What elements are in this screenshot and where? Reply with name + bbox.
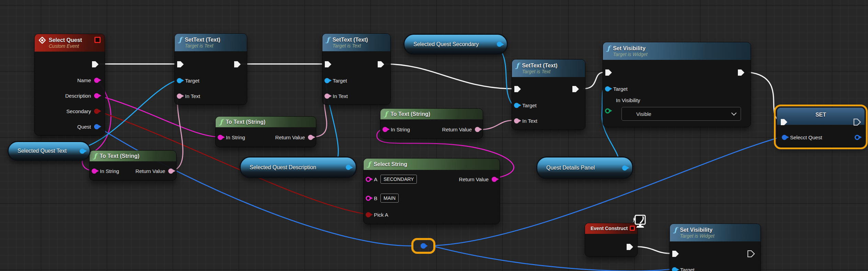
node-totext-2[interactable]: ƒ To Text (String) In String Return Valu… xyxy=(89,150,176,181)
return-value-pin[interactable] xyxy=(475,127,480,132)
pin-row-description[interactable]: Description xyxy=(65,90,99,101)
pin-row-name[interactable]: Name xyxy=(77,75,99,85)
pin-row-target[interactable]: Target xyxy=(514,100,537,110)
exec-in-icon[interactable] xyxy=(177,61,184,68)
pin-row-in-text[interactable]: In Text xyxy=(514,116,537,126)
output-pin[interactable] xyxy=(346,165,351,170)
in-visibility-pin[interactable] xyxy=(605,108,610,113)
exec-in-icon[interactable] xyxy=(672,250,679,257)
target-pin[interactable] xyxy=(672,267,677,271)
exec-in-pin-row[interactable] xyxy=(514,84,522,94)
exec-out-icon[interactable] xyxy=(234,61,241,68)
node-totext-3[interactable]: ƒ To Text (String) In String Return Valu… xyxy=(380,108,483,139)
exec-in-icon[interactable] xyxy=(780,119,788,126)
target-pin[interactable] xyxy=(605,86,610,91)
pin-row-selecct-quest-out[interactable] xyxy=(855,132,860,142)
pin-row-b[interactable]: B MAIN xyxy=(366,193,399,203)
description-pin[interactable] xyxy=(94,93,99,98)
pin-row-target[interactable]: Target xyxy=(605,84,628,94)
exec-out-icon[interactable] xyxy=(738,69,745,76)
name-pin[interactable] xyxy=(94,78,99,83)
output-pin[interactable] xyxy=(622,165,627,171)
exec-out-pin-row[interactable] xyxy=(572,84,580,94)
pin-row-target[interactable]: Target xyxy=(324,75,347,86)
return-value-pin[interactable] xyxy=(492,177,497,182)
node-event-construct[interactable]: Event Construct xyxy=(585,223,638,257)
exec-out-pin-row[interactable] xyxy=(234,59,241,69)
visibility-dropdown[interactable]: Visible xyxy=(621,107,741,121)
pin-row-in-text[interactable]: In Text xyxy=(324,91,348,101)
return-value-pin[interactable] xyxy=(168,169,173,174)
in-text-pin[interactable] xyxy=(324,94,330,99)
select-string-a-input[interactable]: SECONDARY xyxy=(380,175,417,184)
target-pin[interactable] xyxy=(324,78,330,83)
pin-row-in-text[interactable]: In Text xyxy=(177,91,200,101)
exec-out-icon[interactable] xyxy=(747,250,755,257)
pin-row-target[interactable]: Target xyxy=(672,264,695,271)
node-set-visibility-1[interactable]: ƒ Set Visibility Target is Widget Target… xyxy=(603,42,751,127)
node-settext-3[interactable]: ƒ SetText (Text) Target is Text Target I… xyxy=(512,59,585,130)
exec-out-pin-row[interactable] xyxy=(747,249,755,259)
reroute-pin[interactable] xyxy=(421,243,426,249)
exec-in-icon[interactable] xyxy=(605,69,613,76)
in-string-pin[interactable] xyxy=(92,169,97,174)
selecct-quest-in-pin[interactable] xyxy=(782,135,787,140)
output-pin[interactable] xyxy=(497,42,502,47)
in-string-pin[interactable] xyxy=(218,135,223,140)
variable-selected-quest-text[interactable]: Selected Quest Text xyxy=(8,141,91,161)
exec-out-icon[interactable] xyxy=(572,86,580,93)
blueprint-graph-canvas[interactable]: Select Quest Custom Event Name Descripti… xyxy=(0,0,868,271)
exec-out-pin-row[interactable] xyxy=(854,117,861,127)
pin-row-return-value[interactable]: Return Value xyxy=(459,174,497,184)
quest-pin[interactable] xyxy=(94,124,99,129)
node-select-string[interactable]: ƒ Select String A SECONDARY Return Value… xyxy=(363,158,500,224)
exec-in-pin-row[interactable] xyxy=(672,249,679,259)
pin-row-selecct-quest-in[interactable]: Selecct Quest xyxy=(782,132,822,142)
pin-row-in-string[interactable]: In String xyxy=(382,124,410,134)
output-pin[interactable] xyxy=(80,149,85,154)
variable-selected-quest-secondary[interactable]: Selected Quest Secondary xyxy=(403,34,508,55)
node-settext-1[interactable]: ƒ SetText (Text) Target is Text Target I… xyxy=(174,33,247,105)
b-pin[interactable] xyxy=(366,196,371,201)
target-pin[interactable] xyxy=(514,103,519,108)
pin-row-secondary[interactable]: Secondary xyxy=(66,106,99,116)
pin-row-pick-a[interactable]: Pick A xyxy=(366,209,388,220)
node-totext-1[interactable]: ƒ To Text (String) In String Return Valu… xyxy=(215,116,316,147)
selecct-quest-out-pin[interactable] xyxy=(855,135,860,140)
pin-row-in-string[interactable]: In String xyxy=(218,132,245,142)
node-set-selecct-quest[interactable]: SET Selecct Quest xyxy=(777,107,865,147)
pin-row-return-value[interactable]: Return Value xyxy=(442,124,480,134)
exec-in-pin-row[interactable] xyxy=(605,67,613,78)
node-select-quest-event[interactable]: Select Quest Custom Event Name Descripti… xyxy=(34,34,105,136)
pin-row-in-visibility[interactable] xyxy=(605,106,610,116)
exec-out-pin-row[interactable] xyxy=(738,67,745,78)
select-string-b-input[interactable]: MAIN xyxy=(380,194,399,203)
exec-in-pin-row[interactable] xyxy=(780,117,788,127)
variable-selected-quest-description[interactable]: Selected Quest Description xyxy=(240,156,357,178)
a-pin[interactable] xyxy=(366,177,371,182)
exec-out-pin-row[interactable] xyxy=(377,59,385,69)
exec-out-icon[interactable] xyxy=(854,119,861,126)
target-pin[interactable] xyxy=(177,78,182,83)
in-text-pin[interactable] xyxy=(177,94,182,99)
pin-row-in-string[interactable]: In String xyxy=(92,166,119,176)
exec-in-icon[interactable] xyxy=(514,86,522,93)
exec-out-pin-row[interactable] xyxy=(92,59,99,69)
exec-out-icon[interactable] xyxy=(626,243,634,250)
reroute-node-selected[interactable] xyxy=(411,238,435,254)
pin-row-a[interactable]: A SECONDARY xyxy=(366,174,417,184)
secondary-pin[interactable] xyxy=(94,109,99,114)
exec-out-icon[interactable] xyxy=(92,61,99,68)
in-string-pin[interactable] xyxy=(382,127,388,132)
exec-out-icon[interactable] xyxy=(377,61,385,68)
in-text-pin[interactable] xyxy=(514,118,519,123)
pin-row-return-value[interactable]: Return Value xyxy=(275,132,313,142)
pin-row-quest[interactable]: Quest xyxy=(77,121,99,132)
exec-in-pin-row[interactable] xyxy=(324,59,332,69)
exec-out-pin-row[interactable] xyxy=(626,242,634,252)
node-set-visibility-2[interactable]: ƒ Set Visibility Target is Widget Target xyxy=(670,224,761,271)
return-value-pin[interactable] xyxy=(308,135,313,140)
pin-row-return-value[interactable]: Return Value xyxy=(136,166,173,176)
variable-quest-details-panel[interactable]: Quest Details Panel xyxy=(536,156,633,179)
exec-in-icon[interactable] xyxy=(324,61,332,68)
